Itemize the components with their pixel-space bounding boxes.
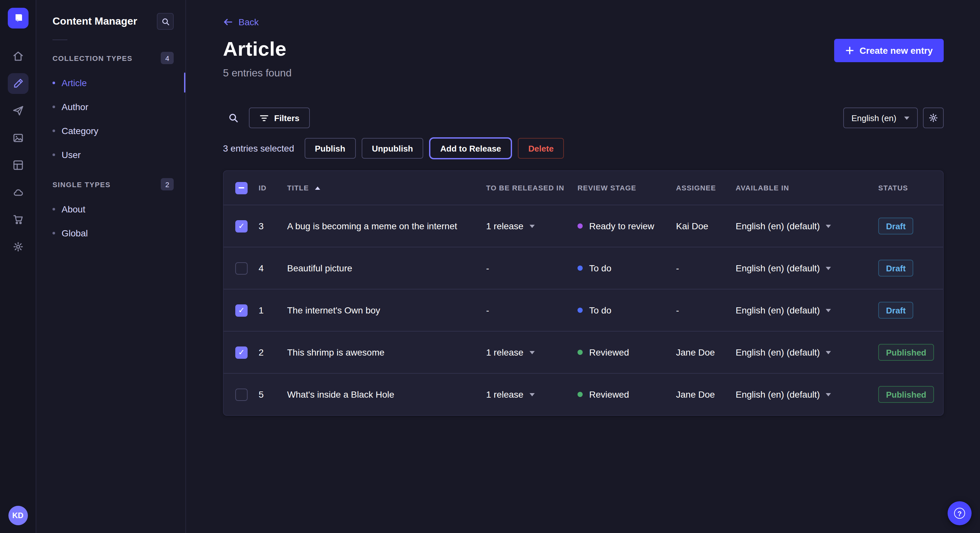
chevron-down-icon xyxy=(826,309,831,312)
chevron-down-icon xyxy=(826,351,831,354)
bullet-icon xyxy=(52,129,55,132)
cell-release[interactable]: 1 release xyxy=(486,221,578,231)
marketplace-icon[interactable] xyxy=(8,209,28,230)
sidebar-item-category[interactable]: Category xyxy=(36,119,185,143)
column-header-release: TO BE RELEASED IN xyxy=(486,184,578,192)
question-mark-icon: ? xyxy=(954,508,965,519)
cell-assignee: - xyxy=(676,263,736,273)
add-to-release-label: Add to Release xyxy=(440,143,501,153)
cell-review-stage: Reviewed xyxy=(578,389,676,400)
table-header-row: ID TITLE TO BE RELEASED IN REVIEW STAGE … xyxy=(224,171,943,205)
back-link[interactable]: Back xyxy=(223,17,259,27)
sidebar-item-about[interactable]: About xyxy=(36,197,185,221)
cell-title: The internet's Own boy xyxy=(287,305,486,316)
row-checkbox[interactable] xyxy=(235,220,248,232)
bullet-icon xyxy=(52,208,55,210)
cell-locale[interactable]: English (en) (default) xyxy=(736,389,878,400)
chevron-down-icon xyxy=(904,116,909,119)
table-row[interactable]: 3 A bug is becoming a meme on the intern… xyxy=(224,205,943,247)
stage-label: Reviewed xyxy=(589,347,629,357)
locale-value: English (en) (default) xyxy=(736,389,820,400)
main-content: Back Article 5 entries found Create new … xyxy=(186,0,980,533)
sidebar-search-button[interactable] xyxy=(157,13,174,30)
cell-id: 4 xyxy=(259,263,287,273)
cloud-icon[interactable] xyxy=(8,182,28,203)
back-label: Back xyxy=(239,17,259,27)
column-header-title[interactable]: TITLE xyxy=(287,184,486,192)
table-row[interactable]: 2 This shrimp is awesome 1 release Revie… xyxy=(224,331,943,373)
settings-icon[interactable] xyxy=(8,236,28,257)
publish-label: Publish xyxy=(315,143,345,153)
releases-icon[interactable] xyxy=(8,100,28,121)
home-icon[interactable] xyxy=(8,46,28,67)
help-button[interactable]: ? xyxy=(948,501,972,525)
row-checkbox[interactable] xyxy=(235,346,248,359)
stage-dot xyxy=(578,350,583,355)
status-badge: Draft xyxy=(878,217,913,235)
sidebar-item-user[interactable]: User xyxy=(36,143,185,167)
plus-icon xyxy=(845,46,854,55)
table-row[interactable]: 5 What's inside a Black Hole 1 release R… xyxy=(224,373,943,415)
row-checkbox[interactable] xyxy=(235,304,248,316)
locale-value: English (en) (default) xyxy=(736,347,820,357)
cell-review-stage: Reviewed xyxy=(578,347,676,357)
media-library-icon[interactable] xyxy=(8,128,28,148)
sidebar-item-author[interactable]: Author xyxy=(36,95,185,119)
page-title: Article xyxy=(223,38,292,61)
gear-icon xyxy=(928,113,939,123)
content-manager-icon[interactable] xyxy=(8,73,28,94)
cell-id: 1 xyxy=(259,305,287,316)
cell-review-stage: To do xyxy=(578,305,676,316)
cell-release: - xyxy=(486,305,578,316)
cell-locale[interactable]: English (en) (default) xyxy=(736,263,878,273)
status-badge: Published xyxy=(878,386,934,403)
single-types-count-badge: 2 xyxy=(161,178,174,190)
delete-button[interactable]: Delete xyxy=(518,138,564,159)
release-value: - xyxy=(486,305,489,316)
cell-locale[interactable]: English (en) (default) xyxy=(736,347,878,357)
sidebar-item-global[interactable]: Global xyxy=(36,221,185,245)
create-new-entry-button[interactable]: Create new entry xyxy=(834,39,944,62)
release-value: - xyxy=(486,263,489,273)
search-button[interactable] xyxy=(223,108,244,128)
sidebar-item-article[interactable]: Article xyxy=(36,71,185,95)
select-all-checkbox[interactable] xyxy=(235,182,248,194)
cell-release: - xyxy=(486,263,578,273)
cell-id: 2 xyxy=(259,347,287,357)
filters-button[interactable]: Filters xyxy=(249,108,310,128)
table-row[interactable]: 4 Beautiful picture - To do - English (e… xyxy=(224,247,943,289)
status-badge: Published xyxy=(878,344,934,361)
cell-locale[interactable]: English (en) (default) xyxy=(736,221,878,231)
row-checkbox[interactable] xyxy=(235,262,248,274)
back-arrow-icon xyxy=(223,17,233,27)
status-badge: Draft xyxy=(878,302,913,319)
chevron-down-icon xyxy=(529,351,535,354)
view-settings-button[interactable] xyxy=(923,108,944,128)
user-avatar[interactable]: KD xyxy=(8,506,27,525)
cell-release[interactable]: 1 release xyxy=(486,389,578,400)
strapi-logo-glyph xyxy=(13,13,23,23)
release-value: 1 release xyxy=(486,347,523,357)
chevron-down-icon xyxy=(826,393,831,396)
cell-review-stage: Ready to review xyxy=(578,221,676,231)
locale-value: English (en) (default) xyxy=(736,221,820,231)
stage-dot xyxy=(578,392,583,397)
unpublish-button[interactable]: Unpublish xyxy=(361,138,423,159)
cell-title: What's inside a Black Hole xyxy=(287,389,486,400)
content-type-builder-icon[interactable] xyxy=(8,155,28,176)
cell-assignee: Jane Doe xyxy=(676,389,736,400)
sidebar-item-label: Global xyxy=(62,228,88,238)
single-types-section: SINGLE TYPES 2 About Global xyxy=(36,174,185,245)
row-checkbox[interactable] xyxy=(235,388,248,401)
locale-select[interactable]: English (en) xyxy=(843,108,918,128)
single-types-label: SINGLE TYPES xyxy=(52,180,110,188)
strapi-logo[interactable] xyxy=(8,8,28,29)
unpublish-label: Unpublish xyxy=(372,143,413,153)
publish-button[interactable]: Publish xyxy=(304,138,355,159)
collection-types-section: COLLECTION TYPES 4 Article Author Catego… xyxy=(36,48,185,167)
cell-locale[interactable]: English (en) (default) xyxy=(736,305,878,316)
table-row[interactable]: 1 The internet's Own boy - To do - Engli… xyxy=(224,289,943,331)
add-to-release-button[interactable]: Add to Release xyxy=(429,137,512,159)
cell-release[interactable]: 1 release xyxy=(486,347,578,357)
selection-bar: 3 entries selected Publish Unpublish Add… xyxy=(223,137,944,159)
